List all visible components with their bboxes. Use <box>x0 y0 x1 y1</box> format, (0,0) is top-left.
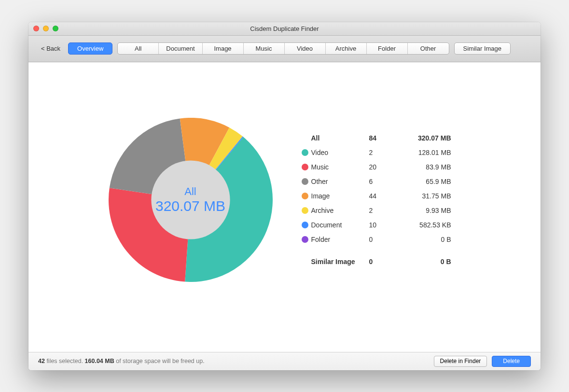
tab-folder[interactable]: Folder <box>367 43 408 54</box>
legend-row-similar: Similar Image 0 0 B <box>302 254 451 269</box>
footer: 42 files selected. 160.04 MB of storage … <box>28 352 541 370</box>
legend-count: 0 <box>369 236 398 243</box>
category-segmented: All Document Image Music Video Archive F… <box>117 42 449 55</box>
legend-dot-icon <box>302 193 308 199</box>
legend-label: Other <box>311 178 369 185</box>
status-text: 42 files selected. 160.04 MB of storage … <box>38 358 205 364</box>
tab-document[interactable]: Document <box>159 43 202 54</box>
legend-count: 20 <box>369 163 398 171</box>
legend-count: 6 <box>369 178 398 185</box>
tab-video[interactable]: Video <box>285 43 326 54</box>
traffic-lights <box>33 26 58 31</box>
toolbar: < Back Overview All Document Image Music… <box>28 36 541 62</box>
legend-dot-icon <box>302 149 308 156</box>
overview-panel: All 320.07 MB All 84 320.07 MB Video2128… <box>109 118 451 282</box>
legend-label: Folder <box>311 236 369 243</box>
overview-tab[interactable]: Overview <box>68 42 112 55</box>
legend-label: Video <box>311 149 369 156</box>
legend-row-document[interactable]: Document10582.53 KB <box>302 218 451 232</box>
titlebar: Cisdem Duplicate Finder <box>28 22 541 36</box>
app-window: Cisdem Duplicate Finder < Back Overview … <box>28 22 541 370</box>
legend-dot-icon <box>302 164 308 170</box>
window-title: Cisdem Duplicate Finder <box>28 25 541 32</box>
tab-image[interactable]: Image <box>203 43 244 54</box>
legend-row-all: All 84 320.07 MB <box>302 131 451 145</box>
legend-label: Image <box>311 192 369 200</box>
donut-center-label: All <box>184 185 196 198</box>
legend-all-label: All <box>311 134 369 142</box>
freed-size: 160.04 MB <box>85 358 114 364</box>
legend-all-size: 320.07 MB <box>398 134 451 142</box>
minimize-icon[interactable] <box>43 26 49 31</box>
legend-all-count: 84 <box>369 134 398 142</box>
legend-row-other[interactable]: Other665.9 MB <box>302 174 451 189</box>
close-icon[interactable] <box>33 26 39 31</box>
zoom-icon[interactable] <box>53 26 58 31</box>
legend-size: 9.93 MB <box>398 207 451 214</box>
tab-archive[interactable]: Archive <box>326 43 367 54</box>
legend-row-image[interactable]: Image4431.75 MB <box>302 189 451 203</box>
selected-count: 42 <box>38 358 45 364</box>
legend-count: 2 <box>369 207 398 214</box>
content-area: All 320.07 MB All 84 320.07 MB Video2128… <box>28 62 541 352</box>
legend-count: 10 <box>369 221 398 229</box>
legend-size: 31.75 MB <box>398 192 451 200</box>
legend-size: 65.9 MB <box>398 178 451 185</box>
legend-similar-label: Similar Image <box>311 258 369 266</box>
legend: All 84 320.07 MB Video2128.01 MBMusic208… <box>302 131 451 269</box>
legend-label: Document <box>311 221 369 229</box>
legend-row-archive[interactable]: Archive29.93 MB <box>302 203 451 218</box>
donut-center: All 320.07 MB <box>109 118 273 282</box>
tab-all[interactable]: All <box>118 43 159 54</box>
legend-size: 582.53 KB <box>398 221 451 229</box>
donut-center-value: 320.07 MB <box>155 198 225 214</box>
legend-row-folder[interactable]: Folder00 B <box>302 232 451 247</box>
legend-label: Music <box>311 163 369 171</box>
tab-other[interactable]: Other <box>408 43 449 54</box>
legend-similar-count: 0 <box>369 258 398 266</box>
legend-dot-icon <box>302 178 308 185</box>
legend-row-music[interactable]: Music2083.9 MB <box>302 160 451 174</box>
legend-label: Archive <box>311 207 369 214</box>
legend-size: 83.9 MB <box>398 163 451 171</box>
legend-size: 128.01 MB <box>398 149 451 156</box>
similar-image-tab[interactable]: Similar Image <box>454 42 511 55</box>
delete-in-finder-button[interactable]: Delete in Finder <box>434 356 487 367</box>
legend-count: 44 <box>369 192 398 200</box>
legend-dot-icon <box>302 236 308 243</box>
back-button[interactable]: < Back <box>38 43 63 54</box>
legend-dot-icon <box>302 222 308 228</box>
donut-chart: All 320.07 MB <box>109 118 273 282</box>
delete-button[interactable]: Delete <box>492 356 531 367</box>
legend-size: 0 B <box>398 236 451 243</box>
legend-dot-icon <box>302 207 308 214</box>
tab-music[interactable]: Music <box>244 43 285 54</box>
legend-row-video[interactable]: Video2128.01 MB <box>302 145 451 160</box>
legend-count: 2 <box>369 149 398 156</box>
legend-similar-size: 0 B <box>398 258 451 266</box>
